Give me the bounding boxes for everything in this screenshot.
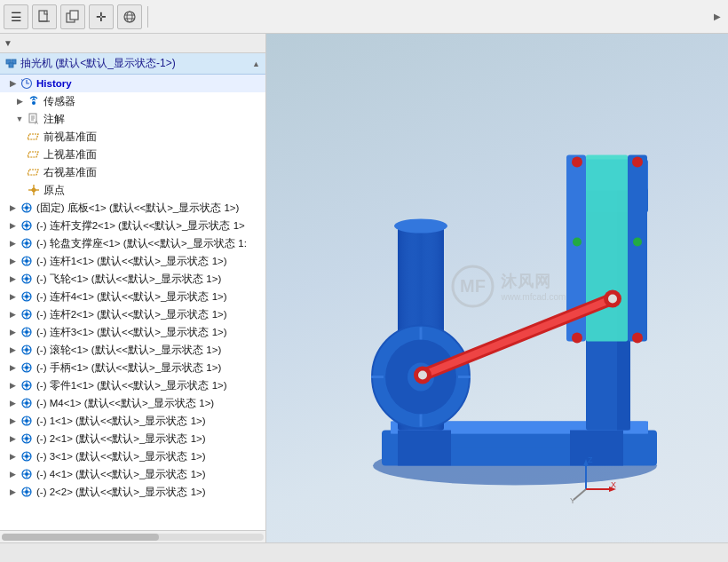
part-icon-4 bbox=[20, 254, 34, 268]
tree-item-part-5[interactable]: ▶ (-) 飞轮<1> (默认<<默认>_显示状态 1>) bbox=[0, 270, 265, 288]
tree-content[interactable]: ▶ History ▶ 传感器 ▼ A 注解 bbox=[0, 75, 265, 530]
tree-item-part-3[interactable]: ▶ (-) 轮盘支撑座<1> (默认<<默认>_显示状态 1: bbox=[0, 234, 265, 252]
tree-item-part-13[interactable]: ▶ (-) 1<1> (默认<<默认>_显示状态 1>) bbox=[0, 412, 265, 430]
cursor-button[interactable]: ✛ bbox=[89, 4, 114, 29]
part-icon-2 bbox=[20, 218, 34, 233]
tree-item-part-15[interactable]: ▶ (-) 3<1> (默认<<默认>_显示状态 1>) bbox=[0, 447, 265, 465]
svg-point-136 bbox=[394, 219, 447, 234]
svg-point-38 bbox=[25, 241, 28, 245]
expand-part-7: ▶ bbox=[7, 309, 18, 320]
svg-point-158 bbox=[573, 238, 582, 247]
tree-item-part-7[interactable]: ▶ (-) 连杆2<1> (默认<<默认>_显示状态 1>) bbox=[0, 305, 265, 323]
tree-item-part-8[interactable]: ▶ (-) 连杆3<1> (默认<<默认>_显示状态 1>) bbox=[0, 323, 265, 341]
history-icon bbox=[20, 76, 34, 91]
expand-part-4: ▶ bbox=[7, 256, 18, 266]
svg-text:A: A bbox=[35, 120, 38, 125]
svg-point-110 bbox=[25, 455, 28, 458]
part-label-6: (-) 连杆4<1> (默认<<默认>_显示状态 1>) bbox=[36, 290, 262, 304]
tree-item-note[interactable]: ▼ A 注解 bbox=[0, 110, 265, 128]
part-label-3: (-) 轮盘支撑座<1> (默认<<默认>_显示状态 1: bbox=[36, 237, 262, 250]
right-plane-icon bbox=[27, 165, 41, 179]
svg-rect-10 bbox=[9, 63, 13, 67]
expand-part-3: ▶ bbox=[7, 238, 18, 249]
part-icon-13 bbox=[20, 414, 34, 428]
part-label-11: (-) 零件1<1> (默认<<默认>_显示状态 1>) bbox=[36, 379, 262, 392]
expand-part-17: ▶ bbox=[7, 487, 18, 497]
tree-header[interactable]: 抽光机 (默认<默认_显示状态-1>) ▲ bbox=[0, 53, 265, 75]
copy-button[interactable] bbox=[60, 4, 85, 29]
tree-item-part-2[interactable]: ▶ (-) 连杆支撑2<1> (默认<<默认>_显示状态 1> bbox=[0, 217, 265, 234]
tree-item-part-17[interactable]: ▶ (-) 2<2> (默认<<默认>_显示状态 1>) bbox=[0, 483, 265, 501]
svg-point-104 bbox=[25, 437, 28, 440]
menu-button[interactable]: ☰ bbox=[4, 4, 28, 29]
part-label-12: (-) M4<1> (默认<<默认>_显示状态 1>) bbox=[36, 397, 262, 410]
svg-point-12 bbox=[32, 101, 36, 105]
expand-part-11: ▶ bbox=[7, 380, 18, 391]
tree-item-part-4[interactable]: ▶ (-) 连杆1<1> (默认<<默认>_显示状态 1>) bbox=[0, 252, 265, 270]
top-plane-icon bbox=[27, 147, 41, 162]
toolbar-expand-arrow[interactable]: ▶ bbox=[710, 10, 724, 23]
tree-item-sensor[interactable]: ▶ 传感器 bbox=[0, 92, 265, 110]
tree-header-scroll: ▲ bbox=[252, 59, 260, 68]
tree-item-right-plane[interactable]: 右视基准面 bbox=[0, 163, 265, 181]
svg-point-50 bbox=[25, 277, 28, 281]
part-icon-8 bbox=[20, 325, 34, 339]
tree-item-part-14[interactable]: ▶ (-) 2<1> (默认<<默认>_显示状态 1>) bbox=[0, 430, 265, 447]
right-plane-label: 右视基准面 bbox=[44, 166, 262, 179]
part-label-16: (-) 4<1> (默认<<默认>_显示状态 1>) bbox=[36, 468, 262, 481]
globe-button[interactable] bbox=[117, 4, 142, 29]
left-panel: ▼ 抽光机 (默认<默认_显示状态-1>) ▲ ▶ Histo bbox=[0, 34, 266, 542]
viewport[interactable]: MF 沐风网 www.mfcad.com bbox=[266, 34, 728, 542]
svg-point-116 bbox=[25, 472, 28, 476]
svg-point-4 bbox=[124, 12, 135, 22]
part-label-13: (-) 1<1> (默认<<默认>_显示状态 1>) bbox=[36, 415, 262, 428]
expand-front-plane bbox=[14, 131, 25, 142]
part-label-1: (固定) 底板<1> (默认<<默认>_显示状态 1>) bbox=[36, 202, 262, 215]
tree-item-part-10[interactable]: ▶ (-) 手柄<1> (默认<<默认>_显示状态 1>) bbox=[0, 359, 265, 376]
part-icon-7 bbox=[20, 307, 34, 321]
tree-item-history[interactable]: ▶ History bbox=[0, 75, 265, 92]
svg-point-32 bbox=[25, 224, 28, 227]
origin-label: 原点 bbox=[44, 184, 262, 197]
tree-item-front-plane[interactable]: 前视基准面 bbox=[0, 128, 265, 146]
tree-item-origin[interactable]: 原点 bbox=[0, 181, 265, 199]
svg-point-155 bbox=[572, 333, 582, 344]
tree-item-top-plane[interactable]: 上视基准面 bbox=[0, 146, 265, 163]
expand-part-8: ▶ bbox=[7, 327, 18, 337]
tree-item-part-6[interactable]: ▶ (-) 连杆4<1> (默认<<默认>_显示状态 1>) bbox=[0, 288, 265, 305]
sensor-label: 传感器 bbox=[44, 95, 262, 108]
tree-item-part-1[interactable]: ▶ (固定) 底板<1> (默认<<默认>_显示状态 1>) bbox=[0, 199, 265, 217]
tree-item-part-12[interactable]: ▶ (-) M4<1> (默认<<默认>_显示状态 1>) bbox=[0, 394, 265, 412]
expand-part-1: ▶ bbox=[7, 202, 18, 213]
expand-icon: ▶ bbox=[7, 78, 18, 89]
part-icon-3 bbox=[20, 236, 34, 250]
left-column bbox=[371, 219, 471, 431]
expand-part-9: ▶ bbox=[7, 344, 18, 355]
top-toolbar: ☰ ✛ ▶ bbox=[0, 0, 728, 34]
expand-part-5: ▶ bbox=[7, 273, 18, 284]
tree-item-part-9[interactable]: ▶ (-) 滚轮<1> (默认<<默认>_显示状态 1>) bbox=[0, 341, 265, 359]
expand-part-13: ▶ bbox=[7, 416, 18, 426]
expand-origin bbox=[14, 185, 25, 195]
part-label-5: (-) 飞轮<1> (默认<<默认>_显示状态 1>) bbox=[36, 273, 262, 286]
expand-note: ▼ bbox=[14, 114, 25, 124]
tree-item-part-16[interactable]: ▶ (-) 4<1> (默认<<默认>_显示状态 1>) bbox=[0, 465, 265, 483]
filter-bar: ▼ bbox=[0, 34, 265, 53]
svg-text:X: X bbox=[611, 480, 616, 489]
front-plane-label: 前视基准面 bbox=[44, 131, 262, 144]
svg-rect-131 bbox=[398, 431, 451, 466]
part-label-2: (-) 连杆支撑2<1> (默认<<默认>_显示状态 1> bbox=[36, 219, 262, 233]
part-icon-6 bbox=[20, 289, 34, 304]
svg-point-74 bbox=[25, 348, 28, 352]
tree-item-part-11[interactable]: ▶ (-) 零件1<1> (默认<<默认>_显示状态 1>) bbox=[0, 376, 265, 394]
part-icon-17 bbox=[20, 485, 34, 499]
sensor-icon bbox=[27, 94, 41, 108]
svg-rect-151 bbox=[628, 155, 647, 342]
scrollbar-track bbox=[2, 534, 264, 541]
expand-part-6: ▶ bbox=[7, 291, 18, 302]
part-icon-5 bbox=[20, 272, 34, 286]
svg-point-156 bbox=[632, 333, 643, 344]
horizontal-scrollbar[interactable] bbox=[0, 530, 265, 542]
filter-icon: ▼ bbox=[4, 38, 12, 48]
file-button[interactable] bbox=[32, 4, 57, 29]
